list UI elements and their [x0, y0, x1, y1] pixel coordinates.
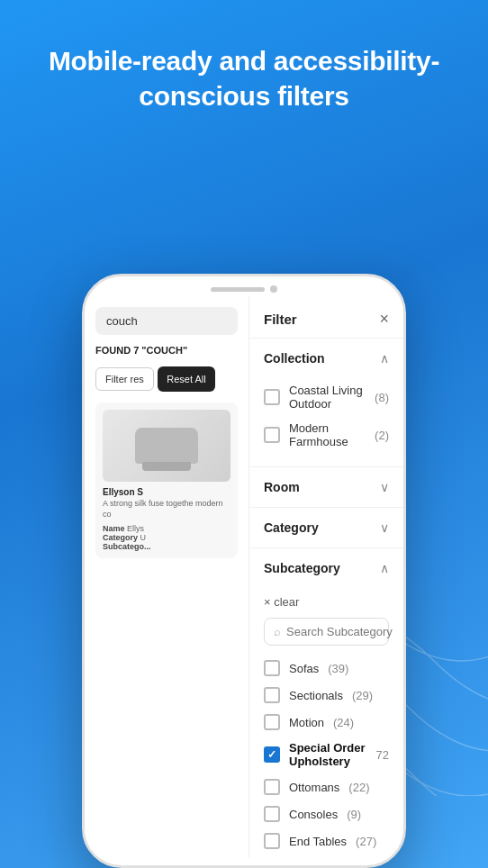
consoles-checkbox[interactable] — [264, 806, 280, 822]
reset-all-button[interactable]: Reset All — [158, 366, 214, 392]
collection-chevron-up-icon: ∧ — [380, 351, 389, 366]
modern-farmhouse-option[interactable]: Modern Farmhouse (2) — [264, 416, 389, 454]
category-section-header[interactable]: Category ∨ — [249, 508, 403, 547]
product-card: Ellyson S A strong silk fuse togethe mod… — [95, 402, 238, 557]
sofas-label: Sofas — [289, 662, 319, 675]
subcategory-section-header[interactable]: Subcategory ∧ — [249, 548, 403, 588]
category-chevron-down-icon: ∨ — [380, 520, 389, 535]
filter-header: Filter × — [249, 296, 403, 339]
close-filter-button[interactable]: × — [379, 311, 389, 327]
special-order-option[interactable]: Special Order Upholstery 72 — [264, 736, 389, 773]
subcategory-options: Sofas (39) Sectionals (29) Motion — [249, 655, 403, 858]
search-icon: ⌕ — [274, 625, 281, 638]
modern-farmhouse-checkbox[interactable] — [264, 427, 280, 443]
product-name: Ellyson S — [103, 487, 230, 497]
product-description: A strong silk fuse togethe modern co — [103, 499, 230, 520]
special-order-count: 72 — [376, 748, 389, 762]
hero-section: Mobile-ready and accessibility-conscious… — [0, 0, 488, 135]
motion-option[interactable]: Motion (24) — [264, 709, 389, 736]
notch-dot — [270, 285, 277, 293]
filter-panel: Filter × Collection ∧ Coastal Living Out… — [249, 296, 403, 858]
end-tables-count: (27) — [356, 835, 376, 848]
category-section: Category ∨ — [249, 508, 403, 548]
ottomans-count: (22) — [348, 781, 369, 794]
subcategory-section-title: Subcategory — [264, 561, 340, 575]
hero-title: Mobile-ready and accessibility-conscious… — [36, 43, 452, 113]
collection-section: Collection ∧ Coastal Living Outdoor (8) … — [249, 339, 403, 467]
ottomans-option[interactable]: Ottomans (22) — [264, 773, 389, 800]
sofas-count: (39) — [328, 662, 348, 675]
product-meta-category: Category U — [103, 533, 230, 542]
filter-results-button[interactable]: Filter res — [95, 367, 154, 391]
room-section: Room ∨ — [249, 467, 403, 508]
sectionals-label: Sectionals — [289, 689, 343, 702]
phone-mockup: couch FOUND 7 "COUCH" Filter res Reset A… — [82, 274, 406, 868]
sofas-checkbox[interactable] — [264, 660, 280, 676]
special-order-label: Special Order Upholstery — [289, 741, 367, 768]
category-section-title: Category — [264, 520, 319, 535]
subcategory-section: Subcategory ∧ × clear ⌕ Sof — [249, 548, 403, 858]
filter-panel-title: Filter — [264, 312, 297, 327]
modern-farmhouse-label: Modern Farmhouse — [289, 421, 366, 448]
left-panel: couch FOUND 7 "COUCH" Filter res Reset A… — [85, 296, 249, 858]
motion-label: Motion — [289, 716, 324, 729]
phone-content: couch FOUND 7 "COUCH" Filter res Reset A… — [85, 296, 403, 858]
room-chevron-down-icon: ∨ — [380, 480, 389, 494]
coastal-living-checkbox[interactable] — [264, 389, 280, 405]
coastal-living-option[interactable]: Coastal Living Outdoor (8) — [264, 378, 389, 416]
consoles-option[interactable]: Consoles (9) — [264, 800, 389, 827]
room-section-title: Room — [264, 480, 300, 494]
end-tables-checkbox[interactable] — [264, 833, 280, 849]
subcategory-search-bar: ⌕ — [264, 618, 389, 646]
collection-section-header[interactable]: Collection ∧ — [249, 339, 403, 378]
motion-count: (24) — [333, 716, 354, 729]
end-tables-option[interactable]: End Tables (27) — [264, 827, 389, 854]
notch-pill — [211, 287, 265, 292]
collection-options: Coastal Living Outdoor (8) Modern Farmho… — [249, 378, 403, 466]
coastal-living-label: Coastal Living Outdoor — [289, 384, 366, 411]
subcategory-search-input[interactable] — [286, 625, 403, 638]
ottomans-checkbox[interactable] — [264, 779, 280, 795]
sofas-option[interactable]: Sofas (39) — [264, 655, 389, 682]
search-display: couch — [95, 307, 238, 335]
phone-shell: couch FOUND 7 "COUCH" Filter res Reset A… — [82, 274, 406, 868]
couch-icon — [135, 428, 198, 464]
clear-subcategory-button[interactable]: × clear — [264, 595, 299, 609]
end-tables-label: End Tables — [289, 835, 347, 848]
product-meta-subcategory: Subcatego... — [103, 542, 230, 551]
sectionals-count: (29) — [352, 689, 373, 702]
product-meta-name: Name Ellys — [103, 524, 230, 533]
subcategory-chevron-up-icon: ∧ — [380, 561, 389, 575]
consoles-label: Consoles — [289, 808, 338, 821]
consoles-count: (9) — [347, 808, 361, 821]
coastal-living-count: (8) — [375, 391, 389, 404]
room-section-header[interactable]: Room ∨ — [249, 467, 403, 507]
ottomans-label: Ottomans — [289, 781, 339, 794]
collection-section-title: Collection — [264, 351, 325, 366]
product-image — [103, 410, 230, 482]
modern-farmhouse-count: (2) — [375, 429, 389, 442]
found-text: FOUND 7 "COUCH" — [95, 344, 238, 357]
subcategory-clear: × clear — [249, 588, 403, 612]
phone-notch — [85, 276, 403, 296]
special-order-checkbox[interactable] — [264, 746, 280, 763]
sectionals-checkbox[interactable] — [264, 687, 280, 703]
sectionals-option[interactable]: Sectionals (29) — [264, 682, 389, 709]
motion-checkbox[interactable] — [264, 714, 280, 730]
